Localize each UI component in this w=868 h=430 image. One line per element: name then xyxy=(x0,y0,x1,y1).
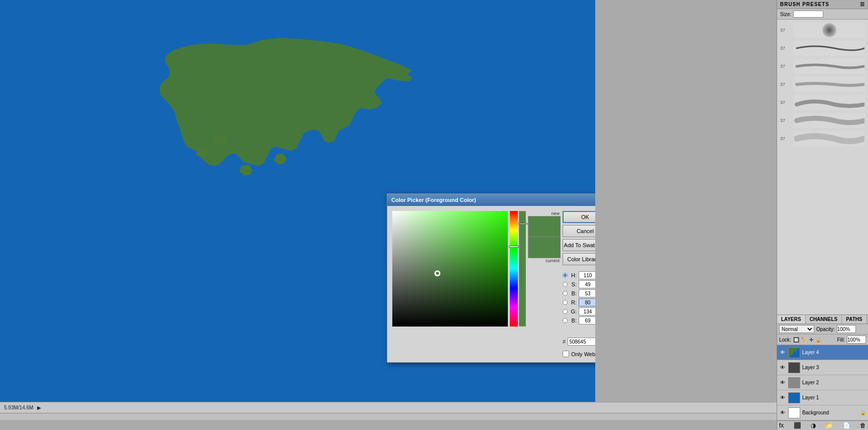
brush-preview-stroke5 xyxy=(793,113,865,128)
list-item[interactable]: 37 xyxy=(779,76,866,93)
hue-row: H: 110 ° xyxy=(563,271,595,279)
layer-visibility-layer1[interactable]: 👁 xyxy=(779,394,786,401)
right-panel: BRUSH PRESETS ☰ Size: 37 37 37 37 xyxy=(777,0,868,430)
gradient-canvas[interactable] xyxy=(392,211,508,327)
color-controls: OK Cancel Add To Swatches Color Librarie… xyxy=(563,211,595,357)
gradient-cursor xyxy=(435,271,440,276)
red-row: R: xyxy=(563,298,595,306)
hex-label: # xyxy=(563,339,566,345)
layer-thumb-layer3 xyxy=(788,362,800,373)
list-item[interactable]: 37 xyxy=(779,112,866,129)
brush-list: 37 37 37 37 37 xyxy=(777,20,868,314)
hue-slider[interactable] xyxy=(510,211,518,327)
saturation-row: S: 49 % xyxy=(563,280,595,288)
layer-thumb-layer1 xyxy=(788,392,800,403)
cancel-button[interactable]: Cancel xyxy=(563,225,595,237)
canvas-area: Color Picker (Foreground Color) ✕ xyxy=(0,0,777,430)
canvas-container: Color Picker (Foreground Color) ✕ xyxy=(0,0,595,402)
fill-input[interactable] xyxy=(847,336,866,344)
color-picker-dialog: Color Picker (Foreground Color) ✕ xyxy=(387,193,595,363)
layer-mask-icon[interactable]: ⬛ xyxy=(794,422,801,429)
layer-style-icon[interactable]: fx xyxy=(779,422,784,429)
color-inputs-grid: H: 110 ° S: 49 % xyxy=(563,271,595,334)
blue-label: B: xyxy=(570,317,577,324)
layer-delete-icon[interactable]: 🗑 xyxy=(860,422,866,429)
only-web-label: Only Web Colors xyxy=(571,351,595,357)
green-input[interactable] xyxy=(579,307,595,315)
brightness-radio[interactable] xyxy=(563,291,568,296)
blue-input[interactable] xyxy=(579,316,595,325)
hue-indicator xyxy=(509,246,519,248)
hue-radio[interactable] xyxy=(563,273,568,278)
list-item[interactable]: 37 xyxy=(779,58,866,75)
size-label: Size: xyxy=(780,12,791,17)
saturation-input[interactable]: 49 xyxy=(579,280,595,288)
layer-visibility-layer3[interactable]: 👁 xyxy=(779,364,786,371)
brightness-input[interactable]: 53 xyxy=(579,289,595,297)
lock-label: Lock: xyxy=(779,337,791,343)
only-web-checkbox[interactable] xyxy=(563,351,569,357)
layer-item-layer2[interactable]: 👁 Layer 2 xyxy=(777,375,868,390)
layer-item-layer4[interactable]: 👁 Layer 4 xyxy=(777,345,868,360)
fill-label: Fill: xyxy=(837,337,845,343)
saturation-label: S: xyxy=(570,281,577,287)
brush-size-input[interactable] xyxy=(793,11,823,18)
lock-all-icon[interactable]: 🔒 xyxy=(815,337,821,343)
tab-paths[interactable]: PATHS xyxy=(842,315,866,324)
dialog-buttons: OK Cancel Add To Swatches Color Librarie… xyxy=(563,211,595,265)
lock-transparent-icon[interactable]: 🔲 xyxy=(793,337,799,343)
color-gradient-picker[interactable] xyxy=(392,211,508,327)
brush-preview-stroke2 xyxy=(793,59,865,74)
brush-preview-stroke1 xyxy=(793,41,865,56)
bottom-scrollbar[interactable] xyxy=(0,413,777,420)
tab-channels[interactable]: CHANNELS xyxy=(806,315,842,324)
only-web-row: Only Web Colors xyxy=(563,351,595,357)
brush-preview-stroke6 xyxy=(793,131,865,146)
saturation-radio[interactable] xyxy=(563,282,568,287)
red-input[interactable] xyxy=(579,298,595,306)
hex-input[interactable]: 508645 xyxy=(568,338,595,346)
layer-add-icon[interactable]: 📄 xyxy=(843,422,850,429)
ok-button[interactable]: OK xyxy=(563,211,595,223)
color-preview-area: new current xyxy=(528,211,561,357)
brush-preview-stroke4 xyxy=(793,95,865,110)
opacity-input[interactable] xyxy=(837,325,856,333)
red-label: R: xyxy=(570,299,577,305)
green-label: G: xyxy=(570,308,577,314)
brush-preview-stroke3 xyxy=(793,77,865,92)
brush-presets-header: BRUSH PRESETS ☰ xyxy=(777,0,868,9)
hue-input[interactable]: 110 xyxy=(579,271,595,279)
lock-image-icon[interactable]: ✏️ xyxy=(801,337,807,343)
list-item[interactable]: 37 xyxy=(779,22,866,39)
layer-item-background[interactable]: 👁 Background 🔒 xyxy=(777,405,868,420)
blue-radio[interactable] xyxy=(563,318,568,323)
color-preview-current xyxy=(528,237,561,258)
opacity-label: Opacity: xyxy=(816,327,835,332)
layer-visibility-background[interactable]: 👁 xyxy=(779,409,786,416)
status-info: 5.93M/14.6M xyxy=(4,405,33,410)
layers-tabs: LAYERS CHANNELS PATHS xyxy=(777,315,868,324)
layer-adjustment-icon[interactable]: ◑ xyxy=(811,422,816,429)
tab-layers[interactable]: LAYERS xyxy=(777,315,806,324)
layer-name-layer3: Layer 3 xyxy=(802,365,866,370)
color-libraries-button[interactable]: Color Libraries xyxy=(563,253,595,265)
layer-item-layer3[interactable]: 👁 Layer 3 xyxy=(777,360,868,375)
green-row: G: xyxy=(563,307,595,315)
layer-item-layer1[interactable]: 👁 Layer 1 xyxy=(777,390,868,405)
green-radio[interactable] xyxy=(563,309,568,314)
status-arrow[interactable]: ▶ xyxy=(37,405,41,410)
list-item[interactable]: 37 xyxy=(779,40,866,57)
lock-position-icon[interactable]: ✛ xyxy=(809,337,813,343)
layer-visibility-layer2[interactable]: 👁 xyxy=(779,379,786,386)
add-to-swatches-button[interactable]: Add To Swatches xyxy=(563,239,595,251)
list-item[interactable]: 37 xyxy=(779,94,866,111)
red-radio[interactable] xyxy=(563,300,568,305)
panel-menu-icon[interactable]: ☰ xyxy=(860,2,865,7)
list-item[interactable]: 37 xyxy=(779,130,866,147)
layer-group-icon[interactable]: 📁 xyxy=(825,422,833,429)
blend-mode-select[interactable]: Normal Multiply Screen xyxy=(779,325,814,333)
layer-visibility-layer4[interactable]: 👁 xyxy=(779,349,786,356)
hex-row: # 508645 xyxy=(563,338,595,346)
brush-size-row: Size: xyxy=(777,9,868,20)
layer-name-background: Background xyxy=(802,410,858,415)
